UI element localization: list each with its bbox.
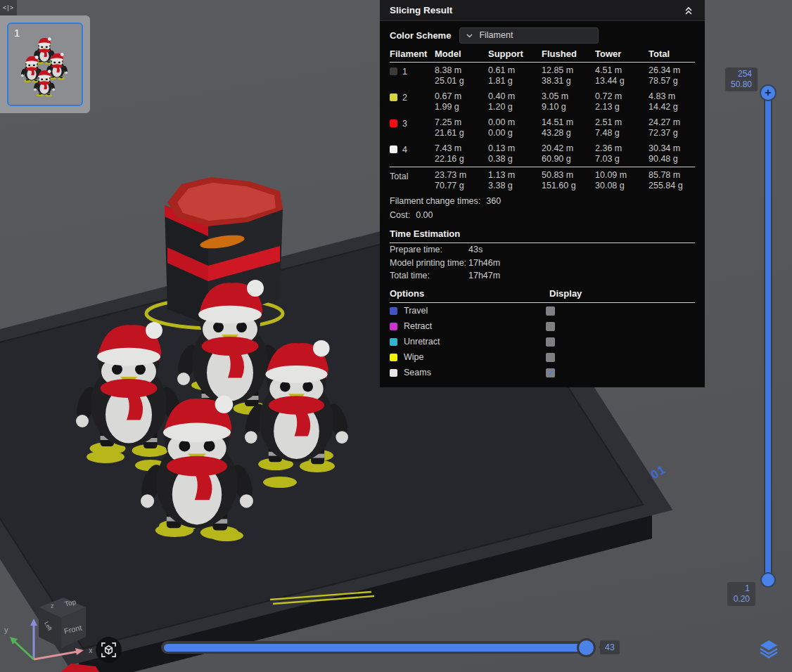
total-flushed: 50.83 m151.60 g: [542, 167, 595, 193]
option-row-retract: Retract: [390, 319, 695, 334]
cell-model: 0.67 m1.99 g: [435, 89, 488, 115]
cell-flushed: 3.05 m9.10 g: [542, 89, 595, 115]
step-slider-track[interactable]: [164, 644, 587, 652]
col-header-total: Total: [649, 44, 695, 63]
axis-y-label: y: [4, 626, 8, 634]
options-title: Options: [390, 288, 424, 299]
total-total: 85.78 m255.84 g: [649, 167, 695, 193]
fit-view-button[interactable]: [96, 637, 122, 663]
travel-color-swatch: [390, 307, 397, 315]
total-time-row: Total time: 17h47m: [390, 269, 695, 283]
collapse-panel-button[interactable]: [682, 4, 695, 17]
layers-icon: [758, 638, 779, 659]
cell-flushed: 20.42 m60.90 g: [542, 141, 595, 167]
chevron-down-icon: [466, 32, 473, 39]
col-header-model: Model: [435, 44, 488, 63]
cell-flushed: 12.85 m38.31 g: [542, 63, 595, 89]
total-tower: 10.09 m30.08 g: [595, 167, 649, 193]
layers-view-button[interactable]: [758, 638, 779, 659]
cell-total: 24.27 m72.37 g: [649, 115, 695, 141]
cell-total: 4.83 m14.42 g: [649, 89, 695, 115]
layer-slider-bottom-handle[interactable]: [760, 572, 776, 588]
display-column-title: Display: [549, 288, 582, 299]
cell-total: 26.34 m78.57 g: [649, 63, 695, 89]
cell-flushed: 14.51 m43.28 g: [542, 115, 595, 141]
cell-model: 7.25 m21.61 g: [435, 115, 488, 141]
cell-model: 7.43 m22.16 g: [435, 141, 488, 167]
col-header-filament: Filament: [390, 44, 435, 63]
filament-swatch: [390, 146, 397, 153]
total-row-label: Total: [390, 167, 435, 193]
table-row-filament-id: 2: [390, 89, 435, 115]
filament-swatch: [390, 119, 397, 127]
option-row-unretract: Unretract: [390, 335, 695, 349]
step-slider-handle[interactable]: [577, 638, 596, 657]
sidebar-collapse-glyph: <|>: [3, 4, 14, 11]
options-header: Options Display: [390, 288, 695, 303]
prepare-time-row: Prepare time: 43s: [390, 243, 695, 257]
slicing-result-panel: Slicing Result Color Scheme Filament Fil…: [380, 0, 705, 387]
layer-slider-bottom-tooltip: 1 0.20: [727, 582, 755, 606]
chevron-double-up-icon: [682, 4, 695, 17]
color-scheme-label: Color Scheme: [390, 30, 451, 41]
layer-slider-top-handle[interactable]: +: [760, 84, 777, 101]
filament-swatch: [390, 67, 397, 75]
cell-tower: 2.36 m7.03 g: [595, 141, 649, 167]
wipe-display-checkbox[interactable]: [546, 353, 555, 362]
cell-tower: 2.51 m7.48 g: [595, 115, 649, 141]
color-scheme-value: Filament: [479, 30, 513, 40]
gizmo-z-label: z: [51, 602, 54, 609]
retract-display-checkbox[interactable]: [546, 322, 555, 331]
option-row-seams: Seams ✓: [390, 366, 695, 380]
filament-change-times: Filament change times:360: [390, 195, 695, 207]
fit-view-cube-icon: [101, 642, 117, 658]
cell-support: 0.00 m0.00 g: [488, 115, 542, 141]
cell-support: 0.13 m0.38 g: [488, 141, 542, 167]
filament-swatch: [390, 93, 397, 101]
cell-support: 0.40 m1.20 g: [488, 89, 542, 115]
layer-slider-top-tooltip: 254 50.80: [725, 67, 758, 91]
retract-color-swatch: [390, 323, 397, 330]
table-row-filament-id: 3: [390, 115, 435, 141]
total-model: 23.73 m70.77 g: [435, 167, 488, 193]
unretract-color-swatch: [390, 338, 397, 346]
col-header-tower: Tower: [595, 44, 649, 63]
plate-thumbnail-number: 1: [14, 27, 20, 39]
color-scheme-dropdown[interactable]: Filament: [459, 27, 599, 44]
unretract-display-checkbox[interactable]: [546, 337, 555, 347]
cost-line: Cost:0.00: [390, 209, 695, 221]
col-header-flushed: Flushed: [542, 44, 595, 63]
seams-display-checkbox[interactable]: ✓: [546, 368, 555, 377]
model-printing-time-row: Model printing time: 17h46m: [390, 257, 695, 270]
total-support: 1.13 m3.38 g: [488, 167, 542, 193]
slicing-result-header: Slicing Result: [380, 0, 705, 21]
layer-slider-track[interactable]: [765, 92, 771, 581]
time-estimation-title: Time Estimation: [390, 228, 695, 243]
plate-thumbnail[interactable]: 1: [7, 22, 83, 106]
seams-color-swatch: [390, 369, 397, 377]
panel-title: Slicing Result: [390, 5, 682, 15]
table-row-filament-id: 4: [390, 141, 435, 167]
app-viewport: { "toolbar": { "collapse_glyph": "<|>" }…: [0, 0, 792, 672]
cell-support: 0.61 m1.81 g: [488, 63, 542, 89]
travel-display-checkbox[interactable]: [546, 306, 555, 316]
table-row-filament-id: 1: [390, 63, 435, 89]
wipe-color-swatch: [390, 354, 397, 361]
step-slider-value: 43: [600, 640, 620, 654]
cell-model: 8.38 m25.01 g: [435, 63, 488, 89]
option-row-wipe: Wipe: [390, 350, 695, 365]
col-header-support: Support: [488, 44, 542, 63]
filament-table: Filament Model Support Flushed Tower Tot…: [390, 44, 695, 193]
plate-thumbnail-panel: 1: [0, 15, 90, 113]
cell-total: 30.34 m90.48 g: [649, 141, 695, 167]
cell-tower: 4.51 m13.44 g: [595, 63, 649, 89]
option-row-travel: Travel: [390, 304, 695, 318]
sidebar-collapse-button[interactable]: <|>: [0, 0, 17, 15]
axis-x-label: x: [89, 646, 93, 654]
cell-tower: 0.72 m2.13 g: [595, 89, 649, 115]
